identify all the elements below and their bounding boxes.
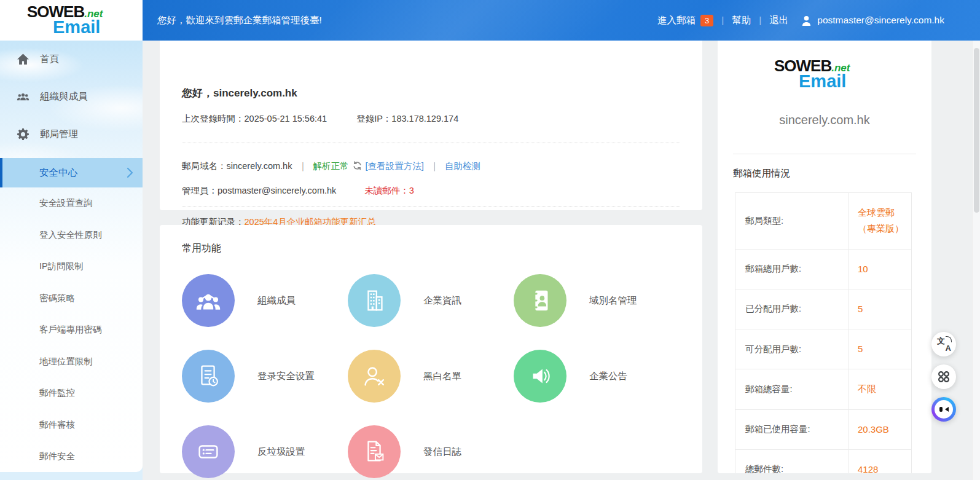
usage-label: 已分配用戶數: <box>735 289 849 329</box>
sidebar-item-home[interactable]: 首頁 <box>0 41 143 78</box>
sidebar-item-label: 安全設置查詢 <box>39 197 93 209</box>
function-black-white-list[interactable]: 黑白名單 <box>348 350 514 403</box>
header-divider: | <box>759 15 761 26</box>
assistant-button[interactable] <box>931 397 956 422</box>
enter-mailbox-link[interactable]: 進入郵箱 <box>657 14 696 27</box>
sidebar-item-label: 郵件審核 <box>39 419 75 431</box>
translate-button[interactable]: 文 A <box>931 332 956 356</box>
top-header-bar: 您好，歡迎來到雲郵企業郵箱管理後臺! 進入郵箱 3 | 幫助 | 退出 post… <box>143 0 980 41</box>
chevron-right-icon <box>127 167 133 178</box>
logout-link[interactable]: 退出 <box>769 14 788 27</box>
function-label: 企業公告 <box>589 370 627 383</box>
sidebar-nav: 首頁 組織與成員 郵局管理 安全中心 安全設置查詢 登入安全性原則 IP訪問限制 <box>0 41 143 472</box>
scrollbar-thumb[interactable] <box>974 48 979 213</box>
sidebar-item-label: 地理位置限制 <box>39 356 93 368</box>
assistant-icon <box>939 407 943 412</box>
function-login-security[interactable]: 登录安全设置 <box>182 350 348 403</box>
usage-label: 郵箱總用戶數: <box>735 249 849 289</box>
function-label: 反垃圾設置 <box>257 446 305 458</box>
self-check-link[interactable]: 自助检测 <box>445 161 480 171</box>
account-email: postmaster@sincerely.com.hk <box>817 15 944 26</box>
usage-title: 郵箱使用情況 <box>733 167 790 180</box>
greeting-title: 您好，sincerely.com.hk <box>182 86 297 100</box>
antispam-icon <box>182 425 235 478</box>
table-row: 可分配用戶數:5 <box>735 329 912 369</box>
sidebar-item-ip-restriction[interactable]: IP訪問限制 <box>0 251 143 283</box>
sidebar-item-security-settings-query[interactable]: 安全設置查詢 <box>0 187 143 219</box>
help-link[interactable]: 幫助 <box>732 14 751 27</box>
logo-text-email: Email <box>0 18 143 37</box>
sidebar-item-login-security-policy[interactable]: 登入安全性原則 <box>0 219 143 251</box>
usage-label: 郵箱總容量: <box>735 369 849 409</box>
sidebar-item-mail-security[interactable]: 郵件安全 <box>0 441 143 472</box>
login-ip-label: 登錄IP： <box>356 114 391 124</box>
function-send-log[interactable]: 發信日誌 <box>348 425 514 478</box>
function-domain-alias[interactable]: 域別名管理 <box>514 274 702 327</box>
function-org-members[interactable]: 組織成員 <box>182 274 348 327</box>
sidebar-item-label: 安全中心 <box>39 167 77 179</box>
mail-admin-app: SOWEB.net Email 您好，歡迎來到雲郵企業郵箱管理後臺! 進入郵箱 … <box>0 0 980 480</box>
sidebar-item-label: 郵件監控 <box>39 387 75 399</box>
table-row: 已分配用戶數:5 <box>735 289 912 329</box>
domain-value: sincerely.com.hk <box>227 161 292 171</box>
function-antispam[interactable]: 反垃圾設置 <box>182 425 348 478</box>
function-label: 企業資訊 <box>423 294 461 307</box>
sidebar-item-password-policy[interactable]: 密碼策略 <box>0 283 143 315</box>
sidebar-item-security-center[interactable]: 安全中心 <box>0 158 143 187</box>
apps-grid-button[interactable] <box>931 364 956 389</box>
gear-icon <box>17 128 29 141</box>
header-divider: | <box>721 15 724 26</box>
users-icon <box>17 90 29 103</box>
login-info-row: 上次登錄時間：2025-05-21 15:56:41登錄IP：183.178.1… <box>182 113 458 125</box>
usage-value: 全球雲郵（專業版） <box>849 193 912 250</box>
last-login-value: 2025-05-21 15:56:41 <box>245 114 327 124</box>
divider <box>733 154 916 154</box>
welcome-message: 您好，歡迎來到雲郵企業郵箱管理後臺! <box>143 14 322 27</box>
home-icon <box>17 53 29 66</box>
view-setup-link[interactable]: [查看設置方法] <box>366 161 424 171</box>
translate-icon: 文 <box>937 336 945 347</box>
table-row: 郵局類型:全球雲郵（專業版） <box>735 193 912 250</box>
translate-icon-arc <box>946 336 952 342</box>
account-menu[interactable]: postmaster@sincerely.com.hk <box>801 15 944 26</box>
text-divider: ｜ <box>298 161 307 171</box>
table-row: 郵箱已使用容量:20.3GB <box>735 409 912 449</box>
function-label: 登录安全设置 <box>257 370 315 383</box>
table-row: 總郵件數:4128 <box>735 449 912 473</box>
sidebar-item-label: 登入安全性原則 <box>39 229 102 241</box>
sidebar-item-label: IP訪問限制 <box>39 261 84 272</box>
function-label: 發信日誌 <box>423 446 461 458</box>
admin-value: postmaster@sincerely.com.hk <box>218 186 336 195</box>
sidebar-item-org-members[interactable]: 組織與成員 <box>0 78 143 116</box>
usage-value: 10 <box>849 249 912 289</box>
usage-value: 4128 <box>849 449 912 473</box>
user-icon <box>801 15 812 26</box>
sidebar-item-label: 郵局管理 <box>40 128 78 141</box>
function-company-info[interactable]: 企業資訊 <box>348 274 514 327</box>
refresh-icon[interactable] <box>353 161 362 172</box>
sidebar-item-label: 客戶端專用密碼 <box>39 324 102 336</box>
admin-info-row: 管理員：postmaster@sincerely.com.hk未讀郵件：3 <box>182 185 414 197</box>
usage-label: 可分配用戶數: <box>735 329 849 369</box>
functions-grid: 組織成員 企業資訊 域別名管理 登录安全设置 <box>182 274 702 478</box>
domain-label: 郵局域名： <box>182 161 227 171</box>
sidebar-item-mail-admin[interactable]: 郵局管理 <box>0 116 143 153</box>
domain-alias-icon <box>514 274 566 327</box>
sidebar-item-label: 密碼策略 <box>39 293 75 304</box>
sidebar-item-client-password[interactable]: 客戶端專用密碼 <box>0 314 143 346</box>
function-announcement[interactable]: 企業公告 <box>514 350 702 403</box>
common-functions-card: 常用功能 組織成員 企業資訊 域別名管理 <box>160 225 702 473</box>
dns-status: 解析正常 <box>313 161 349 171</box>
usage-value: 不限 <box>849 369 912 409</box>
apps-grid-icon <box>936 369 951 384</box>
function-label: 組織成員 <box>257 294 296 307</box>
sidebar-item-mail-audit[interactable]: 郵件審核 <box>0 409 143 441</box>
usage-value: 5 <box>849 289 912 329</box>
vertical-scrollbar[interactable] <box>972 41 980 480</box>
sidebar-item-mail-monitor[interactable]: 郵件監控 <box>0 377 143 409</box>
sidebar-item-geo-restriction[interactable]: 地理位置限制 <box>0 346 143 378</box>
panel-domain-name: sincerely.com.hk <box>718 113 931 127</box>
domain-info-row: 郵局域名：sincerely.com.hk｜解析正常[查看設置方法]｜自助检测 <box>182 160 480 172</box>
org-members-icon <box>182 274 235 327</box>
mailbox-count-badge: 3 <box>700 15 713 26</box>
